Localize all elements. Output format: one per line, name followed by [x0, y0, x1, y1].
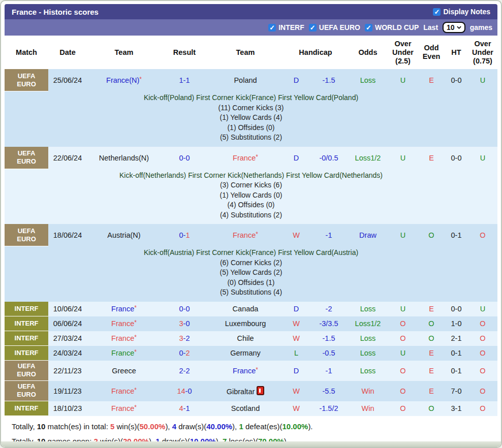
away-team-name: Gibraltar: [227, 388, 255, 396]
home-score: 0: [179, 154, 183, 162]
away-team-name: France: [233, 154, 256, 162]
stat-line: (0) Offsides (1): [5, 278, 497, 288]
away-score: 2: [185, 367, 190, 375]
over-under-075-cell: O: [468, 319, 497, 328]
display-notes-toggle[interactable]: ✓ Display Notes: [433, 8, 490, 16]
stat-line: (3) Corner Kicks (6): [5, 180, 497, 190]
date-cell: 27/03/24: [48, 334, 87, 342]
over-under-25-value: U: [400, 154, 405, 162]
over-under-075-value: O: [480, 231, 485, 239]
handicap-result: D: [294, 154, 299, 162]
odd-even-value: O: [428, 404, 434, 412]
games-count-select[interactable]: 10: [443, 22, 465, 33]
result-cell: 2-2: [161, 367, 208, 375]
display-notes-checkbox[interactable]: ✓: [433, 8, 441, 16]
bottom-edge: [1, 441, 501, 447]
away-score: 1: [185, 231, 190, 239]
odd-even-cell: E: [418, 367, 445, 375]
ht-score: 7-0: [451, 387, 462, 395]
ht-cell: 0-1: [445, 349, 468, 357]
stat-line: (1) Yellow Cards (0): [5, 190, 497, 201]
stat-line: (1) Yellow Cards (4): [5, 113, 497, 123]
away-team-cell: Poland: [208, 76, 283, 84]
asterisk-marker: *: [139, 76, 142, 83]
handicap-value: -1.5: [323, 76, 335, 84]
over-under-075-value: O: [480, 387, 485, 395]
odd-even-cell: E: [418, 76, 445, 84]
odds-cell: Loss: [348, 305, 388, 313]
odds-value: Loss: [360, 334, 376, 342]
competition-badge: UEFA EURO: [5, 69, 48, 91]
over-under-25-value: O: [400, 367, 405, 375]
summary-segment: 10.00%: [283, 422, 308, 431]
over-under-25-cell: O: [388, 319, 418, 328]
competition-badge-label: INTERF: [15, 404, 39, 412]
header-date: Date: [48, 48, 87, 57]
uefa-euro-checkbox[interactable]: ✓: [309, 24, 317, 31]
handicap-result-cell: W: [283, 387, 309, 395]
filter-interf[interactable]: ✓ INTERF: [268, 23, 304, 31]
ht-cell: 0-0: [445, 76, 468, 84]
odd-even-cell: E: [418, 305, 445, 313]
stat-line: (5) Yellow Cards (2): [5, 268, 497, 278]
away-score: 0: [185, 305, 190, 313]
odd-even-value: O: [428, 231, 434, 239]
match-rows: UEFA EURO25/06/24France(N)*1-1PolandD-1.…: [5, 69, 497, 416]
ht-cell: 0-0: [445, 305, 468, 313]
handicap-result-cell: D: [283, 154, 309, 162]
away-team-cell: Germany: [208, 349, 283, 357]
match-row: UEFA EURO25/06/24France(N)*1-1PolandD-1.…: [5, 69, 497, 147]
asterisk-marker: *: [134, 404, 137, 411]
handicap-value: -3/3.5: [319, 319, 338, 328]
match-main-row: UEFA EURO22/06/24Netherlands(N)0-0France…: [5, 147, 497, 169]
last-label: Last: [423, 23, 438, 31]
over-under-25-cell: O: [388, 367, 418, 375]
over-under-075-cell: U: [468, 154, 497, 162]
odds-cell: Loss: [348, 76, 388, 84]
match-main-row: UEFA EURO18/06/24Austria(N)0-1France*W-1…: [5, 224, 497, 246]
competition-badge: INTERF: [5, 346, 48, 361]
match-notes: Kick-off(Poland) First Corner Kick(Franc…: [5, 91, 497, 147]
odd-even-value: E: [429, 387, 434, 395]
away-team-name: Germany: [230, 349, 261, 357]
over-under-25-cell: O: [388, 334, 418, 342]
header-handicap: Handicap: [283, 48, 348, 57]
odds-value: Loss1/2: [355, 319, 381, 328]
home-team-cell: France*: [87, 404, 161, 412]
filter-world-cup[interactable]: ✓ WORLD CUP: [365, 23, 419, 31]
result-cell: 0-0: [161, 154, 208, 162]
away-team-cell: Scotland: [208, 404, 283, 412]
odd-even-cell: E: [418, 154, 445, 162]
historic-scores-panel: France - Historic scores ✓ Display Notes…: [0, 0, 502, 448]
home-team-name: France: [111, 305, 134, 313]
over-under-25-cell: U: [388, 349, 418, 357]
interf-checkbox[interactable]: ✓: [268, 24, 276, 31]
home-team-cell: France*: [87, 319, 161, 328]
away-team-cell: Canada: [208, 305, 283, 313]
odd-even-value: E: [429, 305, 434, 313]
summary-segment: 50.00%: [140, 422, 166, 431]
first-events-line: Kick-off(Austria) First Corner Kick(Fran…: [5, 248, 497, 258]
home-team-cell: France*: [87, 305, 161, 313]
handicap-cell: -3/3.5: [309, 319, 348, 328]
handicap-cell: -0/0.5: [309, 154, 348, 162]
odds-value: Loss: [360, 349, 376, 357]
odd-even-cell: O: [418, 404, 445, 412]
odds-value: Loss1/2: [355, 154, 381, 162]
competition-badge-label: INTERF: [15, 319, 39, 328]
competition-badge: UEFA EURO: [5, 224, 48, 246]
home-team-cell: France*: [87, 387, 161, 395]
competition-badge-label: INTERF: [15, 349, 39, 357]
match-row: UEFA EURO19/11/23France*14-0GibraltarW-5…: [5, 381, 497, 401]
odds-cell: Loss1/2: [348, 319, 388, 328]
summary-segment: 4: [172, 422, 176, 431]
interf-label: INTERF: [278, 23, 304, 31]
home-score: 1: [179, 76, 183, 84]
world-cup-checkbox[interactable]: ✓: [365, 24, 372, 31]
handicap-value: -0/0.5: [319, 154, 338, 162]
asterisk-marker: *: [256, 366, 258, 373]
filter-uefa-euro[interactable]: ✓ UEFA EURO: [309, 23, 360, 31]
over-under-25-cell: U: [388, 154, 418, 162]
ht-cell: 0-1: [445, 367, 468, 375]
away-team-name: Luxembourg: [225, 319, 266, 328]
